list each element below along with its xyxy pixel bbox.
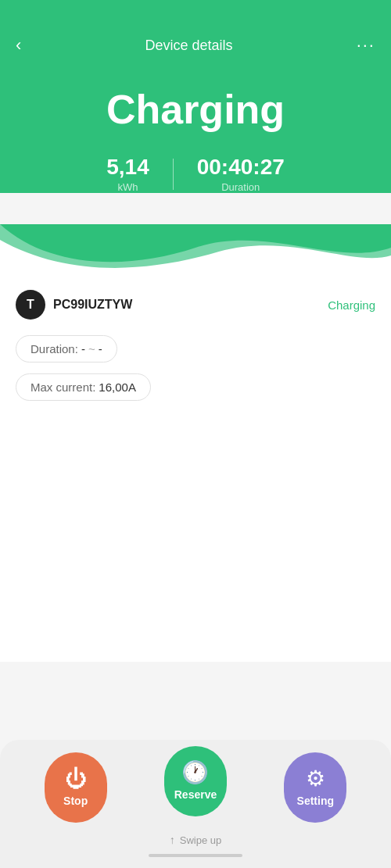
swipe-hint: ↑ Swipe up (0, 830, 391, 854)
duration-pill[interactable]: Duration: - ~ - (16, 335, 375, 373)
duration-dash2: - (99, 342, 102, 355)
hero-stats: 5,14 kWh 00:40:27 Duration (16, 155, 375, 193)
charging-status-title: Charging (16, 86, 375, 133)
reserve-circle: 🕐 Reserve (164, 746, 227, 816)
device-info: T PC99IUZTYW (16, 290, 132, 320)
duration-dash1: - (81, 342, 85, 355)
stop-label: Stop (63, 795, 88, 807)
energy-unit: kWh (106, 181, 149, 193)
setting-circle: ⚙ Setting (284, 752, 346, 823)
stop-button[interactable]: ⏻ Stop (45, 752, 107, 823)
setting-label: Setting (297, 795, 334, 807)
swipe-arrow-icon: ↑ (170, 834, 175, 846)
energy-value: 5,14 (106, 155, 149, 180)
max-current-label: Max current: (30, 380, 95, 394)
bottom-action-bar: ⏻ Stop 🕐 Reserve ⚙ Setting ↑ Swipe up (0, 740, 391, 868)
device-status-badge: Charging (328, 298, 375, 312)
swipe-text: Swipe up (180, 834, 221, 846)
duration-value: 00:40:27 (197, 155, 285, 180)
power-icon: ⏻ (65, 768, 87, 790)
reserve-label: Reserve (174, 788, 217, 801)
home-indicator (0, 854, 391, 862)
hero-section: Charging 5,14 kWh 00:40:27 Duration (0, 63, 391, 193)
more-menu-button[interactable]: ··· (357, 35, 375, 55)
device-id: PC99IUZTYW (53, 298, 132, 312)
device-icon: T (16, 290, 45, 320)
stop-circle: ⏻ Stop (45, 752, 107, 823)
energy-stat: 5,14 kWh (83, 155, 173, 193)
clock-icon: 🕐 (181, 762, 209, 784)
duration-tilde: ~ (88, 342, 95, 355)
setting-button[interactable]: ⚙ Setting (284, 752, 346, 823)
reserve-button[interactable]: 🕐 Reserve (164, 752, 227, 823)
header: ‹ Device details ··· (0, 22, 391, 63)
max-current-value: 16,00A (99, 380, 136, 394)
wave-decoration (0, 224, 391, 271)
main-content: T PC99IUZTYW Charging Duration: - ~ - Ma… (0, 271, 391, 662)
back-button[interactable]: ‹ (16, 35, 21, 55)
status-bar (0, 0, 391, 22)
gear-icon: ⚙ (306, 768, 325, 790)
duration-pill-label: Duration: (30, 342, 78, 355)
duration-stat: 00:40:27 Duration (174, 155, 308, 193)
home-bar (149, 854, 242, 857)
max-current-pill[interactable]: Max current: 16,00A (16, 373, 375, 412)
header-title: Device details (145, 38, 232, 54)
duration-label: Duration (197, 181, 285, 193)
bottom-actions: ⏻ Stop 🕐 Reserve ⚙ Setting (0, 752, 391, 830)
device-row: T PC99IUZTYW Charging (16, 290, 375, 320)
